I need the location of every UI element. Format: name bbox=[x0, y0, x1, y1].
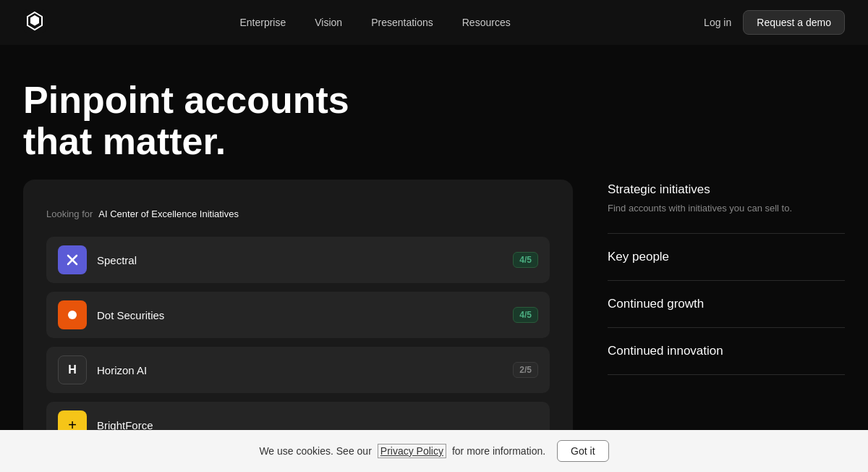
nav-actions: Log in Request a demo bbox=[704, 10, 845, 35]
nav-presentations[interactable]: Presentations bbox=[371, 17, 433, 28]
sidebar-strategic-initiatives[interactable]: Strategic initiatives Find accounts with… bbox=[608, 180, 845, 234]
continued-innovation-title: Continued innovation bbox=[608, 344, 845, 358]
account-row-spectral[interactable]: Spectral 4/5 bbox=[46, 237, 550, 283]
strategic-initiatives-title: Strategic initiatives bbox=[608, 182, 845, 197]
nav-enterprise[interactable]: Enterprise bbox=[239, 17, 286, 28]
horizon-ai-name: Horizon AI bbox=[97, 364, 147, 376]
key-people-title: Key people bbox=[608, 250, 845, 264]
spectral-icon bbox=[58, 245, 87, 274]
dot-icon bbox=[58, 300, 87, 329]
dot-securities-name: Dot Securities bbox=[97, 309, 164, 321]
sidebar-continued-innovation[interactable]: Continued innovation bbox=[608, 328, 845, 375]
right-sidebar: Strategic initiatives Find accounts with… bbox=[573, 180, 845, 469]
hero-title: Pinpoint accounts that matter. bbox=[23, 80, 356, 162]
cookie-got-it-button[interactable]: Got it bbox=[557, 440, 608, 462]
cookie-message: We use cookies. See our bbox=[259, 445, 371, 457]
account-list: Spectral 4/5 Dot Securities 4/5 bbox=[46, 237, 550, 448]
continued-growth-title: Continued growth bbox=[608, 297, 845, 311]
account-row-horizon-ai[interactable]: H Horizon AI 2/5 bbox=[46, 347, 550, 393]
spectral-score: 4/5 bbox=[513, 252, 538, 268]
looking-for-row: Looking for AI Center of Excellence Init… bbox=[46, 208, 550, 219]
nav-vision[interactable]: Vision bbox=[315, 17, 342, 28]
svg-point-1 bbox=[68, 311, 77, 319]
hero-section: Pinpoint accounts that matter. bbox=[0, 45, 868, 180]
account-row-dot-securities[interactable]: Dot Securities 4/5 bbox=[46, 292, 550, 338]
navbar: Enterprise Vision Presentations Resource… bbox=[0, 0, 868, 45]
spectral-name: Spectral bbox=[97, 254, 137, 266]
horizon-score: 2/5 bbox=[513, 362, 538, 378]
demo-card: Looking for AI Center of Excellence Init… bbox=[23, 180, 573, 469]
horizon-icon: H bbox=[58, 355, 87, 384]
cookie-message-end: for more information. bbox=[452, 445, 545, 457]
sidebar-key-people[interactable]: Key people bbox=[608, 234, 845, 281]
dot-score: 4/5 bbox=[513, 307, 538, 323]
request-demo-button[interactable]: Request a demo bbox=[743, 10, 845, 35]
cookie-banner: We use cookies. See our Privacy Policy f… bbox=[0, 430, 868, 472]
nav-links: Enterprise Vision Presentations Resource… bbox=[239, 17, 510, 28]
privacy-policy-link[interactable]: Privacy Policy bbox=[378, 444, 446, 458]
strategic-initiatives-desc: Find accounts with initiatives you can s… bbox=[608, 201, 845, 216]
nav-resources[interactable]: Resources bbox=[462, 17, 511, 28]
looking-for-label: Looking for bbox=[46, 208, 93, 219]
sidebar-continued-growth[interactable]: Continued growth bbox=[608, 281, 845, 328]
looking-for-value: AI Center of Excellence Initiatives bbox=[98, 208, 239, 219]
main-content: Looking for AI Center of Excellence Init… bbox=[0, 180, 868, 469]
login-button[interactable]: Log in bbox=[704, 17, 731, 28]
logo[interactable] bbox=[23, 9, 46, 35]
